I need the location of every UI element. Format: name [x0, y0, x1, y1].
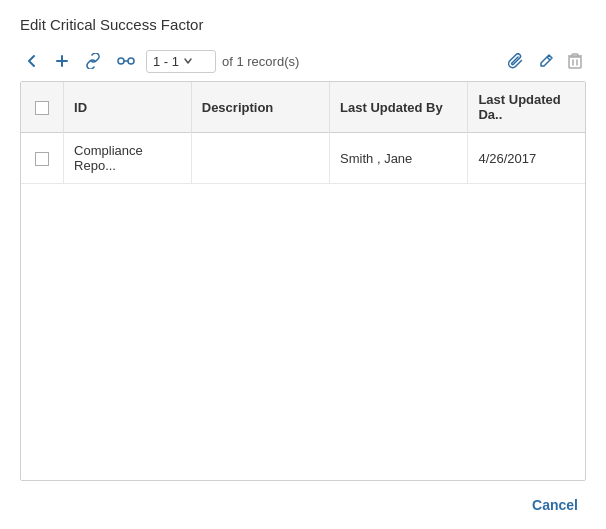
col-header-id: ID	[64, 82, 192, 133]
col-header-last-updated-date: Last Updated Da..	[468, 82, 585, 133]
svg-point-2	[118, 58, 124, 64]
page-title: Edit Critical Success Factor	[20, 16, 586, 33]
row-id: Compliance Repo...	[64, 133, 192, 184]
pagination-dropdown[interactable]: 1 - 1	[146, 50, 216, 73]
svg-point-3	[128, 58, 134, 64]
attach-button[interactable]	[504, 49, 528, 73]
table-row: Compliance Repo... Smith , Jane 4/26/201…	[21, 133, 585, 184]
filter-button[interactable]	[112, 49, 140, 73]
record-count: of 1 record(s)	[222, 54, 299, 69]
row-checkbox-cell	[21, 133, 64, 184]
chevron-down-icon	[183, 56, 193, 66]
toolbar: 1 - 1 of 1 record(s)	[20, 49, 586, 73]
row-description	[191, 133, 329, 184]
select-all-checkbox[interactable]	[35, 101, 49, 115]
edit-button[interactable]	[534, 49, 558, 73]
row-last-updated-date: 4/26/2017	[468, 133, 585, 184]
data-table: ID Description Last Updated By Last Upda…	[20, 81, 586, 481]
footer: Cancel	[20, 481, 586, 517]
pagination-value: 1 - 1	[153, 54, 179, 69]
col-header-description: Description	[191, 82, 329, 133]
add-button[interactable]	[50, 49, 74, 73]
delete-button[interactable]	[564, 49, 586, 73]
row-checkbox[interactable]	[35, 152, 49, 166]
cancel-button[interactable]: Cancel	[524, 493, 586, 517]
col-header-checkbox	[21, 82, 64, 133]
toolbar-right	[504, 49, 586, 73]
page-container: Edit Critical Success Factor	[0, 0, 606, 529]
col-header-last-updated-by: Last Updated By	[330, 82, 468, 133]
back-button[interactable]	[20, 49, 44, 73]
table-header-row: ID Description Last Updated By Last Upda…	[21, 82, 585, 133]
table-body: Compliance Repo... Smith , Jane 4/26/201…	[21, 133, 585, 184]
link-button[interactable]	[80, 49, 106, 73]
row-last-updated-by: Smith , Jane	[330, 133, 468, 184]
svg-line-5	[547, 57, 550, 60]
svg-rect-6	[569, 57, 581, 68]
